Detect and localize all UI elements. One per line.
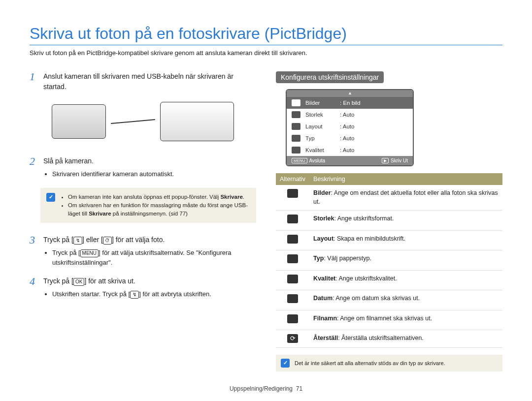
table-row: Typ: Välj papperstyp. — [276, 250, 502, 271]
lcd-print-button[interactable]: ▶ Skriv Ut — [382, 158, 408, 163]
camera-printer-illustration — [30, 102, 256, 141]
option-name: Kvalitet — [313, 275, 335, 282]
option-desc: : Skapa en minibildutskrift. — [333, 235, 405, 242]
option-icon — [287, 334, 298, 343]
option-name: Datum — [313, 295, 332, 302]
note-text: Det är inte säkert att alla alternativ s… — [295, 360, 445, 366]
option-desc: : Ange utskriftsformat. — [334, 215, 394, 222]
option-icon — [287, 215, 298, 223]
table-row: Återställ: Återställa utskriftsalternati… — [276, 330, 502, 348]
menu-item-label: Bilder — [305, 100, 340, 106]
options-table: Alternativ Beskrivning Bilder: Ange om e… — [276, 173, 502, 348]
lcd-scroll-indicator: ▴ — [287, 90, 413, 97]
menu-item-value: Auto — [340, 147, 354, 153]
menu-item-icon — [292, 99, 300, 106]
option-name: Bilder — [313, 189, 331, 196]
option-name: Filnamn — [313, 315, 337, 322]
step-1: 1 Anslut kameran till skrivaren med USB-… — [30, 71, 256, 92]
table-row: Filnamn: Ange om filnamnet ska skrivas u… — [276, 310, 502, 330]
step-2: 2 Slå på kameran. Skrivaren identifierar… — [30, 156, 256, 179]
option-icon — [287, 275, 298, 283]
section-heading: Konfigurera utskriftsinställningar — [276, 71, 384, 83]
left-column: 1 Anslut kameran till skrivaren med USB-… — [30, 71, 256, 371]
menu-item-value: Auto — [340, 135, 354, 141]
table-row: Layout: Skapa en minibildutskrift. — [276, 230, 502, 250]
flash-icon: ↯ — [130, 291, 139, 299]
flash-icon: ↯ — [73, 237, 82, 245]
page-subtitle: Skriv ut foton på en PictBridge-kompatib… — [30, 49, 502, 57]
lcd-menu-item[interactable]: LayoutAuto — [287, 121, 413, 132]
menu-item-label: Kvalitet — [305, 147, 340, 153]
step-text: Anslut kameran till skrivaren med USB-ka… — [43, 71, 256, 92]
ok-button-icon: OK — [73, 278, 84, 286]
table-header-desc: Beskrivning — [309, 173, 502, 185]
table-row: Bilder: Ange om endast det aktuella foto… — [276, 185, 502, 211]
page-footer: Uppspelning/Redigering 71 — [0, 385, 532, 392]
step-text: Tryck på [↯] eller [⏱] för att välja fot… — [43, 235, 256, 245]
step-number: 2 — [30, 156, 38, 179]
lcd-menu-item[interactable]: TypAuto — [287, 132, 413, 144]
info-icon: ✓ — [281, 359, 290, 368]
play-key-icon: ▶ — [382, 158, 389, 163]
info-icon: ✓ — [46, 193, 55, 202]
step-number: 3 — [30, 235, 38, 267]
menu-item-value: Auto — [340, 112, 354, 118]
right-column: Konfigurera utskriftsinställningar ▴ Bil… — [276, 71, 502, 371]
option-name: Typ — [313, 255, 324, 262]
option-desc: : Ange om endast det aktuella fotot elle… — [313, 189, 498, 205]
option-desc: : Välj papperstyp. — [324, 255, 371, 262]
step-number: 4 — [30, 276, 38, 299]
menu-item-icon — [292, 123, 300, 130]
lcd-menu-item[interactable]: KvalitetAuto — [287, 144, 413, 156]
menu-item-label: Typ — [305, 135, 340, 141]
table-row: Kvalitet: Ange utskriftskvalitet. — [276, 270, 502, 290]
menu-item-label: Layout — [305, 123, 340, 129]
camera-icon — [52, 104, 106, 139]
page-title: Skriva ut foton på en fotoskrivare (Pict… — [30, 25, 502, 45]
menu-button-icon: MENU — [80, 249, 99, 257]
menu-item-value: En bild — [340, 100, 361, 106]
step-4: 4 Tryck på [OK] för att skriva ut. Utskr… — [30, 276, 256, 299]
option-name: Storlek — [313, 215, 334, 222]
option-icon — [287, 314, 298, 323]
table-row: Datum: Ange om datum ska skrivas ut. — [276, 290, 502, 310]
option-desc: : Återställa utskriftsalternativen. — [338, 335, 424, 341]
step-text: Tryck på [OK] för att skriva ut. — [43, 276, 256, 286]
timer-icon: ⏱ — [103, 237, 112, 245]
step-bullet: Tryck på [MENU] för att välja utskriftsa… — [52, 248, 256, 267]
option-desc: : Ange om datum ska skrivas ut. — [332, 295, 420, 302]
note-item: Om skrivaren har en funktion för masslag… — [68, 201, 250, 218]
option-icon — [287, 254, 298, 263]
table-header-alt: Alternativ — [276, 173, 309, 185]
lcd-menu-item[interactable]: BilderEn bild — [287, 97, 413, 109]
step-3: 3 Tryck på [↯] eller [⏱] för att välja f… — [30, 235, 256, 267]
printer-icon — [160, 102, 234, 141]
option-icon — [287, 189, 298, 198]
menu-key-icon: MENU — [292, 158, 307, 163]
table-row: Storlek: Ange utskriftsformat. — [276, 211, 502, 231]
menu-item-icon — [292, 147, 300, 154]
option-desc: : Ange om filnamnet ska skrivas ut. — [337, 315, 432, 322]
note-item: Om kameran inte kan ansluta öppnas ett p… — [68, 193, 250, 201]
note-box: ✓ Om kameran inte kan ansluta öppnas ett… — [40, 188, 256, 223]
note-box: ✓ Det är inte säkert att alla alternativ… — [276, 355, 502, 371]
menu-item-value: Auto — [340, 123, 354, 129]
option-desc: : Ange utskriftskvalitet. — [335, 275, 397, 282]
step-bullet: Utskriften startar. Tryck på [↯] för att… — [52, 289, 256, 299]
lcd-menu-item[interactable]: StorlekAuto — [287, 109, 413, 121]
step-bullet: Skrivaren identifierar kameran automatis… — [52, 169, 256, 179]
menu-item-icon — [292, 135, 300, 142]
option-name: Återställ — [313, 335, 338, 341]
print-settings-screen: ▴ BilderEn bildStorlekAutoLayoutAutoTypA… — [286, 89, 414, 166]
lcd-exit-button[interactable]: MENU Avsluta — [292, 158, 325, 163]
option-icon — [287, 294, 298, 303]
step-number: 1 — [30, 71, 38, 92]
option-icon — [287, 235, 298, 244]
usb-cable-icon — [111, 119, 155, 124]
menu-item-label: Storlek — [305, 112, 340, 118]
step-text: Slå på kameran. — [43, 156, 256, 166]
menu-item-icon — [292, 111, 300, 118]
option-name: Layout — [313, 235, 333, 242]
